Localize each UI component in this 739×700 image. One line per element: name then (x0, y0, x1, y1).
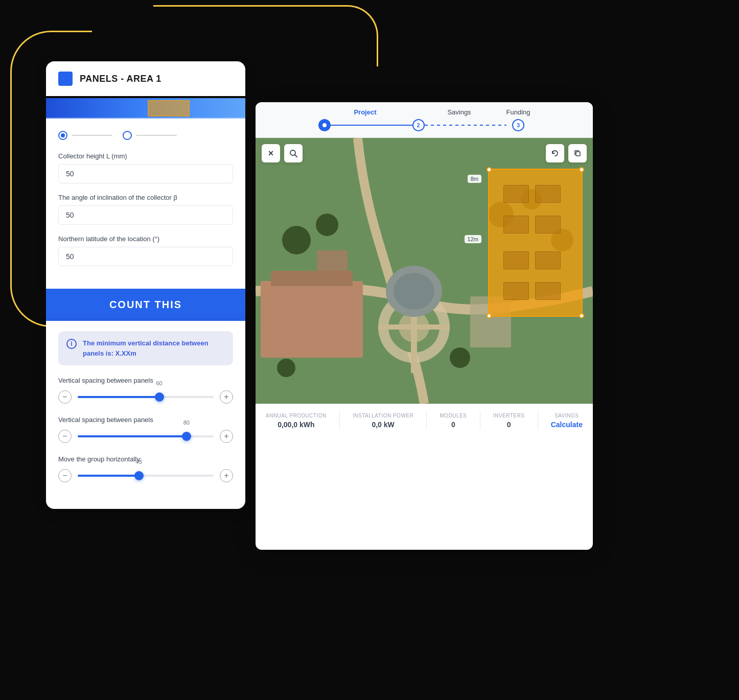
search-tool-button[interactable] (284, 144, 303, 162)
slider-minus-3[interactable]: − (58, 469, 72, 482)
step-project: Project (318, 108, 412, 131)
slider-row-3: Move the group horizontally: − 45 + (58, 455, 233, 483)
field-label-2: The angle of inclination of the collecto… (58, 194, 233, 201)
step-dot-inner (322, 123, 327, 127)
copy-tool-button[interactable] (568, 144, 587, 162)
settings-card: Collector height L (mm) The angle of inc… (46, 119, 245, 289)
stat-label-power: INSTALLATION POWER (353, 413, 413, 418)
count-this-button[interactable]: COUNT THIS (46, 289, 245, 321)
stat-divider-3 (480, 411, 480, 430)
radio-circle-1[interactable] (58, 131, 67, 140)
svg-point-13 (316, 214, 338, 236)
step-label-project[interactable]: Project (354, 108, 376, 116)
slider-minus-1[interactable]: − (58, 390, 72, 404)
latitude-input[interactable] (58, 247, 233, 266)
stat-label-annual: ANNUAL PRODUCTION (266, 413, 327, 418)
step-dot-project (318, 119, 331, 131)
stat-divider-4 (538, 411, 538, 430)
slider-track-container-1: 60 (78, 389, 214, 405)
radio-option-2[interactable] (123, 131, 177, 140)
stat-label-inverters: INVERTERS (493, 413, 525, 418)
stat-value-power: 0,0 kW (353, 421, 413, 429)
svg-rect-22 (576, 152, 580, 156)
info-text: The minimum vertical distance between pa… (83, 338, 225, 358)
radio-option-1[interactable] (58, 131, 112, 140)
left-panel: PANELS - AREA 1 (46, 61, 245, 509)
step-funding: Funding 3 (506, 108, 530, 131)
stat-installation-power: INSTALLATION POWER 0,0 kW (353, 413, 413, 429)
bottom-card: i The minimum vertical distance between … (46, 321, 245, 509)
panel-image-strip (46, 98, 245, 119)
step-dot-funding: 3 (512, 119, 524, 131)
svg-rect-7 (261, 281, 363, 358)
slider-thumb-2[interactable] (182, 432, 191, 441)
slider-track-2[interactable] (78, 435, 214, 437)
field-label-3: Northern latitude of the location (°) (58, 235, 233, 243)
slider-fill-2 (78, 435, 187, 437)
panel-shape-3 (503, 216, 529, 234)
map-toolbar: × (262, 144, 303, 162)
slider-thumb-1[interactable] (155, 392, 164, 402)
slider-label-3: Move the group horizontally: (58, 455, 233, 463)
radio-line-1 (72, 135, 112, 136)
stat-label-modules: MODULES (440, 413, 467, 418)
stat-modules: MODULES 0 (440, 413, 467, 429)
slider-controls-2: − 80 + (58, 429, 233, 444)
right-panel: Project Savings 2 (256, 102, 593, 550)
panel-shape-4 (535, 216, 561, 234)
slider-controls-3: − 45 + (58, 468, 233, 483)
slider-track-1[interactable] (78, 396, 214, 398)
corner-bl[interactable] (487, 313, 492, 318)
stat-value-savings[interactable]: Calculate (551, 421, 583, 429)
undo-tool-button[interactable] (546, 144, 564, 162)
stat-divider-2 (426, 411, 427, 430)
map-label-8m: 8m (468, 175, 481, 183)
slider-minus-2[interactable]: − (58, 430, 72, 443)
panel-header-card: PANELS - AREA 1 (46, 61, 245, 96)
slider-track-3[interactable] (78, 475, 214, 477)
info-banner: i The minimum vertical distance between … (58, 331, 233, 365)
slider-plus-2[interactable]: + (220, 430, 233, 443)
slider-plus-3[interactable]: + (220, 469, 233, 482)
step-dot-savings: 2 (412, 119, 425, 131)
slider-plus-1[interactable]: + (220, 390, 233, 404)
slider-fill-3 (78, 475, 139, 477)
slider-label-2: Vertical spacing between panels (58, 416, 233, 424)
radio-row (58, 131, 233, 140)
corner-br[interactable] (579, 313, 584, 318)
progress-steps: Project Savings 2 (266, 108, 583, 131)
stat-savings: SAVINGS Calculate (551, 413, 583, 429)
map-right-tools (546, 144, 587, 162)
map-label-12m: 12m (465, 235, 481, 243)
stat-value-annual: 0,00,0 kWh (266, 421, 327, 429)
step-label-savings[interactable]: Savings (447, 108, 471, 116)
svg-rect-2 (148, 101, 189, 116)
stats-bar: ANNUAL PRODUCTION 0,00,0 kWh INSTALLATIO… (256, 404, 593, 437)
panel-title: PANELS - AREA 1 (80, 74, 161, 84)
angle-inclination-input[interactable] (58, 205, 233, 225)
slider-value-label-2: 80 (183, 419, 190, 426)
slider-value-label-1: 60 (156, 380, 162, 386)
map-area: × (256, 138, 593, 404)
step-line-1-2 (331, 125, 412, 126)
panel-shape-8 (535, 282, 561, 300)
svg-rect-1 (46, 98, 245, 119)
collector-height-input[interactable] (58, 164, 233, 183)
stat-value-modules: 0 (440, 421, 467, 429)
svg-point-18 (450, 347, 470, 368)
field-label-1: Collector height L (mm) (58, 152, 233, 160)
slider-thumb-3[interactable] (134, 471, 144, 480)
stat-inverters: INVERTERS 0 (493, 413, 525, 429)
svg-rect-11 (317, 250, 348, 271)
svg-point-10 (394, 273, 434, 310)
radio-line-2 (136, 135, 177, 136)
close-tool-button[interactable]: × (262, 144, 280, 162)
panel-shape-5 (503, 251, 529, 269)
field-group-1: Collector height L (mm) (58, 152, 233, 183)
step-savings: Savings 2 (412, 108, 506, 131)
corner-tl[interactable] (487, 167, 492, 172)
svg-point-12 (282, 226, 311, 254)
corner-tr[interactable] (579, 167, 584, 172)
radio-circle-2[interactable] (123, 131, 132, 140)
step-label-funding[interactable]: Funding (506, 108, 530, 116)
